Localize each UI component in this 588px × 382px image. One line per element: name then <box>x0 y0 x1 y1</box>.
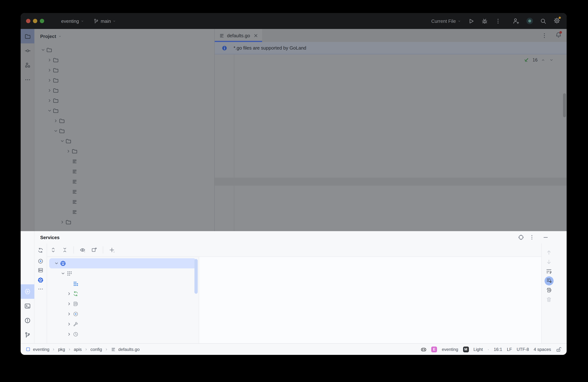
project-tree-row[interactable] <box>34 75 214 85</box>
copilot-icon[interactable] <box>421 346 426 352</box>
services-panel-title[interactable]: Services <box>40 235 60 240</box>
services-tree-row[interactable] <box>49 268 196 279</box>
chevron-spacer <box>66 210 71 214</box>
toolbar-button-scroll-to-end[interactable] <box>546 276 567 286</box>
code-line-20 <box>215 210 567 217</box>
services-tree-row[interactable] <box>49 299 196 309</box>
project-tree-row[interactable] <box>34 197 214 207</box>
run-dashboard-icon[interactable] <box>38 258 43 264</box>
toolbar-button-print[interactable] <box>546 286 567 295</box>
stripe-button-version-control[interactable] <box>21 328 34 342</box>
services-tree-row[interactable] <box>49 279 196 289</box>
project-tree-row[interactable] <box>34 116 214 126</box>
open-in-new-tab-icon[interactable] <box>91 247 97 253</box>
stripe-button-services[interactable] <box>21 284 34 299</box>
theme-name[interactable]: Light <box>473 347 483 352</box>
close-window-button[interactable] <box>26 19 30 23</box>
toolbar-button-arrow-up <box>546 248 567 257</box>
minimize-window-button[interactable] <box>33 19 37 23</box>
search-icon[interactable] <box>540 18 546 24</box>
zoom-window-button[interactable] <box>40 19 44 23</box>
services-left-toolbar <box>34 244 47 343</box>
project-tree-row[interactable] <box>34 176 214 187</box>
stripe-button-more[interactable] <box>21 72 34 87</box>
services-tree-row[interactable] <box>49 319 196 329</box>
more-icon[interactable] <box>495 18 501 24</box>
project-tree-row[interactable] <box>34 146 214 156</box>
project-selector[interactable]: eventing <box>61 18 84 24</box>
project-tree-row[interactable] <box>34 136 214 146</box>
stripe-button-problems[interactable] <box>21 313 34 328</box>
project-tree-row[interactable] <box>34 126 214 136</box>
add-user-icon[interactable] <box>513 18 519 24</box>
project-tree-row[interactable] <box>34 166 214 176</box>
chevron-spacer <box>66 199 71 204</box>
editor-scrollbar[interactable] <box>563 93 566 117</box>
caret-position[interactable]: 16:1 <box>494 347 502 352</box>
indent-style[interactable]: 4 spaces <box>534 347 551 352</box>
next-problem-icon[interactable] <box>549 58 554 62</box>
project-tree-row[interactable] <box>34 55 214 65</box>
hide-panel-icon[interactable] <box>543 234 548 240</box>
services-tree-row[interactable] <box>49 289 196 299</box>
scroll-to-end-icon <box>546 278 552 284</box>
project-tree-row[interactable] <box>34 207 214 217</box>
collapse-all-icon[interactable] <box>62 247 68 253</box>
close-icon[interactable] <box>253 33 258 38</box>
services-tree-row[interactable] <box>49 309 196 319</box>
run-icon[interactable] <box>468 18 474 24</box>
project-tree-row[interactable] <box>34 106 214 116</box>
more-icon[interactable] <box>529 234 535 240</box>
line-ending[interactable]: LF <box>507 347 512 352</box>
status-bar: eventingpkgapisconfigdefaults.go E event… <box>21 343 567 355</box>
project-panel-title[interactable]: Project <box>40 34 56 39</box>
project-tree-row[interactable] <box>34 45 214 55</box>
folder-icon <box>65 138 71 144</box>
project-badge[interactable]: E <box>431 346 437 352</box>
project-tree-row[interactable] <box>34 65 214 75</box>
settings-button[interactable] <box>554 17 560 25</box>
unlocked-icon[interactable] <box>556 346 562 352</box>
server-list-icon[interactable] <box>38 267 43 273</box>
breadcrumb-item[interactable]: eventing <box>33 347 49 352</box>
stripe-button-project-folder[interactable] <box>21 29 34 43</box>
run-configuration-selector[interactable]: Current File <box>431 18 461 24</box>
breadcrumb-item[interactable]: config <box>90 347 102 352</box>
stripe-button-structure[interactable] <box>21 58 34 72</box>
refresh-icon[interactable] <box>38 247 43 253</box>
file-encoding[interactable]: UTF-8 <box>517 347 529 352</box>
code-editor[interactable]: 16 <box>215 54 567 231</box>
inspection-widget[interactable]: 16 <box>524 57 554 63</box>
tab-defaults-go[interactable]: defaults.go <box>215 29 262 42</box>
stripe-button-commit[interactable] <box>21 43 34 58</box>
services-tree-row[interactable] <box>49 258 196 268</box>
target-icon[interactable] <box>518 234 524 240</box>
expand-all-icon[interactable] <box>50 247 56 253</box>
branch-selector[interactable]: main <box>93 18 116 24</box>
folder-icon <box>53 57 59 63</box>
breadcrumb-item[interactable]: pkg <box>58 347 65 352</box>
toolbar-button-soft-wrap[interactable] <box>546 267 567 276</box>
breadcrumb-item[interactable]: defaults.go <box>118 347 140 352</box>
stripe-button-terminal[interactable] <box>21 299 34 313</box>
avatar[interactable] <box>526 18 533 24</box>
services-tree-scrollbar[interactable] <box>194 259 198 294</box>
status-project-name[interactable]: eventing <box>442 347 458 352</box>
kubernetes-icon[interactable] <box>38 277 43 283</box>
view-options-icon[interactable] <box>80 247 85 253</box>
project-tree-row[interactable] <box>34 96 214 106</box>
notifications-button[interactable] <box>555 32 562 39</box>
prev-problem-icon[interactable] <box>541 58 545 62</box>
services-tree-row[interactable] <box>49 329 196 339</box>
more-icon[interactable] <box>541 32 547 38</box>
project-tree-row[interactable] <box>34 217 214 227</box>
project-tree-row[interactable] <box>34 187 214 197</box>
project-tree-row[interactable] <box>34 156 214 166</box>
more-icon[interactable] <box>38 286 43 292</box>
add-service-icon[interactable] <box>109 247 115 253</box>
breadcrumb-item[interactable]: apis <box>74 347 82 352</box>
theme-badge[interactable]: M <box>463 346 469 352</box>
project-tree-row[interactable] <box>34 85 214 96</box>
debug-icon[interactable] <box>482 18 488 24</box>
daemon-sets-icon <box>73 311 79 317</box>
